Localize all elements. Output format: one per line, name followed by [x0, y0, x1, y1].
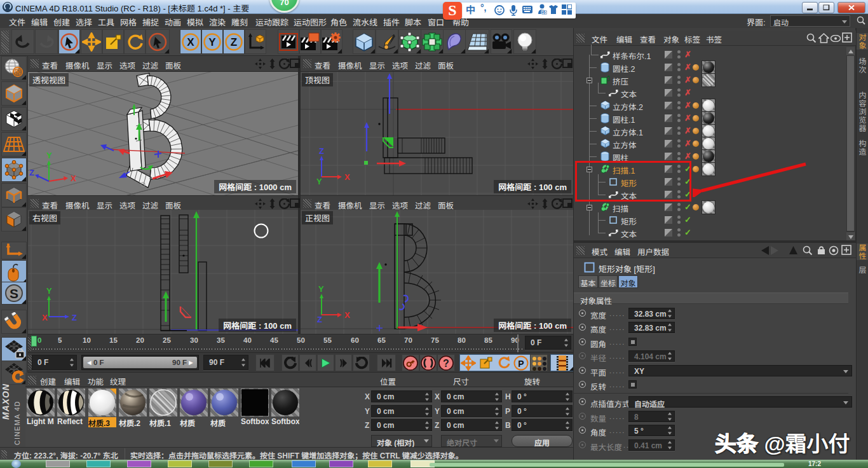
- svg-text:Z: Z: [319, 146, 324, 156]
- svg-text:X: X: [187, 36, 194, 48]
- svg-text:CINEMA 4D: CINEMA 4D: [13, 401, 21, 445]
- svg-text:16: 16: [542, 10, 547, 15]
- svg-text:X: X: [42, 313, 48, 322]
- svg-text:S: S: [10, 286, 18, 301]
- svg-text:Z: Z: [317, 315, 322, 324]
- svg-text:MAXON: MAXON: [1, 384, 11, 420]
- svg-text:Y: Y: [46, 286, 52, 296]
- svg-text:Z: Z: [29, 168, 34, 177]
- svg-text:Z: Z: [231, 36, 237, 48]
- svg-text:X: X: [71, 174, 76, 183]
- svg-text:Z: Z: [72, 313, 77, 322]
- svg-text:Y: Y: [318, 284, 324, 294]
- svg-text:Y: Y: [208, 36, 216, 48]
- svg-text:Y: Y: [46, 151, 52, 160]
- svg-text:Y: Y: [316, 177, 322, 186]
- svg-text:X: X: [344, 172, 350, 182]
- svg-text:?: ?: [443, 358, 449, 369]
- svg-text:X: X: [344, 310, 350, 320]
- svg-text:P: P: [518, 358, 524, 368]
